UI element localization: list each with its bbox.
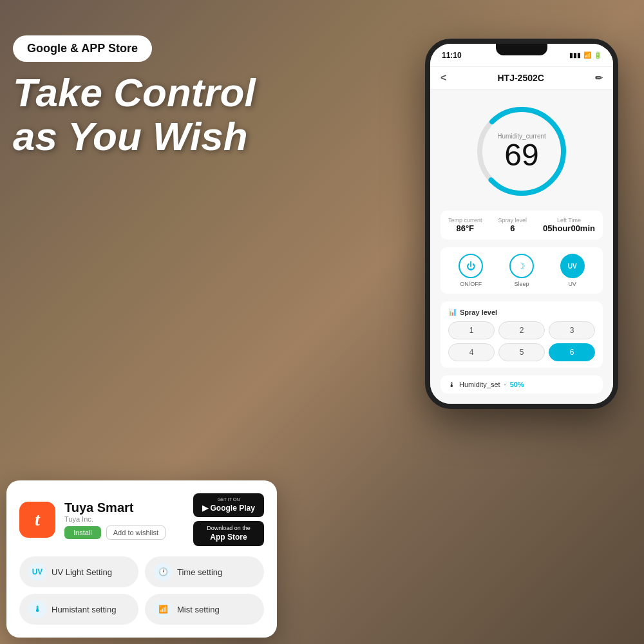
- badge-text: Google & APP Store: [27, 42, 138, 55]
- sleep-icon: ☽: [509, 254, 534, 278]
- spray-section: 📊 Spray level 1 2 3 4 5 6: [440, 301, 603, 368]
- left-time-label: Left Time: [543, 217, 595, 223]
- google-play-get-on: GET IT ON: [200, 497, 258, 503]
- time-pill-icon: 🕐: [154, 563, 172, 581]
- phone-time: 11:10: [442, 51, 462, 60]
- onoff-button[interactable]: ⏻ ON/OFF: [459, 254, 483, 287]
- thermometer-icon: 🌡: [448, 381, 455, 388]
- humidity-set-value: 50%: [510, 381, 524, 388]
- feature-pills: UV UV Light Setting 🕐 Time setting 🌡 Hum…: [19, 556, 264, 625]
- spray-btn-2[interactable]: 2: [498, 321, 545, 339]
- uv-icon: UV: [560, 254, 585, 278]
- google-play-name: ▶ Google Play: [200, 503, 258, 514]
- phone-mockup: 11:10 ▮▮▮ 📶 🔋 < HTJ-2502C ✏: [425, 39, 638, 409]
- app-name-block: Tuya Smart Tuya Inc. Install Add to wish…: [64, 500, 184, 540]
- humidity-inner: Humidity_current 69: [497, 133, 546, 171]
- humidity-gauge: Humidity_current 69: [470, 100, 573, 203]
- humidity-set-label: Humidity_set: [459, 381, 500, 388]
- feature-uv: UV UV Light Setting: [19, 556, 138, 587]
- phone-notch: [496, 44, 547, 55]
- edit-icon[interactable]: ✏: [595, 73, 603, 83]
- spray-btn-4[interactable]: 4: [448, 343, 495, 361]
- spray-title: 📊 Spray level: [448, 308, 595, 316]
- info-card: t Tuya Smart Tuya Inc. Install Add to wi…: [6, 480, 277, 638]
- humidity-set-row: 🌡 Humidity_set · 50%: [440, 375, 603, 393]
- back-chevron[interactable]: <: [440, 72, 446, 84]
- google-play-badge[interactable]: GET IT ON ▶ Google Play: [193, 493, 264, 517]
- sleep-button[interactable]: ☽ Sleep: [509, 254, 534, 287]
- app-info-row: t Tuya Smart Tuya Inc. Install Add to wi…: [19, 493, 264, 546]
- wifi-icon: 📶: [583, 52, 591, 59]
- mist-pill-icon: 📶: [154, 600, 172, 618]
- phone-frame: 11:10 ▮▮▮ 📶 🔋 < HTJ-2502C ✏: [425, 39, 618, 409]
- app-store-badge-btn[interactable]: Download on the App Store: [193, 521, 264, 546]
- feature-mist-label: Mist setting: [177, 605, 220, 614]
- uv-button[interactable]: UV UV: [560, 254, 585, 287]
- spray-btn-6[interactable]: 6: [549, 343, 595, 361]
- app-store-badge: Google & APP Store: [13, 35, 152, 62]
- spray-btn-5[interactable]: 5: [498, 343, 545, 361]
- install-button[interactable]: Install: [64, 526, 101, 539]
- wishlist-button[interactable]: Add to wishlist: [106, 526, 166, 540]
- spray-title-text: Spray level: [460, 308, 497, 316]
- uv-label: UV: [568, 281, 576, 287]
- bars-icon: 📊: [448, 308, 457, 316]
- onoff-label: ON/OFF: [460, 281, 482, 287]
- temp-stat: Temp current 86°F: [448, 217, 482, 233]
- hero-title: Take Control as You Wish: [13, 71, 256, 158]
- humid-pill-icon: 🌡: [28, 600, 46, 618]
- feature-uv-label: UV Light Setting: [52, 567, 112, 577]
- spray-grid: 1 2 3 4 5 6: [448, 321, 595, 361]
- spray-btn-1[interactable]: 1: [448, 321, 495, 339]
- sleep-label: Sleep: [514, 281, 529, 287]
- onoff-icon: ⏻: [459, 254, 483, 278]
- status-icons: ▮▮▮ 📶 🔋: [569, 52, 601, 59]
- feature-time: 🕐 Time setting: [145, 556, 264, 587]
- tuya-app-icon: t: [19, 502, 55, 538]
- battery-icon: 🔋: [594, 52, 601, 59]
- control-buttons: ⏻ ON/OFF ☽ Sleep UV UV: [440, 247, 603, 294]
- store-badges: GET IT ON ▶ Google Play Download on the …: [193, 493, 264, 546]
- phone-body: Humidity_current 69 Temp current 86°F Sp…: [430, 90, 613, 404]
- app-store-name: App Store: [200, 532, 258, 543]
- app-developer: Tuya Inc.: [64, 515, 184, 523]
- app-name: Tuya Smart: [64, 500, 184, 515]
- spray-stat-value: 6: [498, 223, 527, 233]
- hero-line1: Take Control: [13, 70, 256, 115]
- time-stat: Left Time 05hour00min: [543, 217, 595, 233]
- spray-btn-3[interactable]: 3: [549, 321, 595, 339]
- left-time-value: 05hour00min: [543, 223, 595, 233]
- feature-humid-label: Humistant setting: [52, 605, 116, 614]
- feature-humid: 🌡 Humistant setting: [19, 594, 138, 625]
- hero-section: Take Control as You Wish: [13, 71, 256, 158]
- tuya-letter: t: [35, 509, 40, 530]
- temp-value: 86°F: [448, 223, 482, 233]
- apple-icon: Download on the: [207, 525, 251, 531]
- signal-icon: ▮▮▮: [569, 52, 581, 59]
- feature-time-label: Time setting: [177, 567, 222, 577]
- humidity-value: 69: [497, 140, 546, 171]
- uv-pill-icon: UV: [28, 563, 46, 581]
- humidity-section: Humidity_current 69: [440, 100, 603, 203]
- dot-separator: ·: [504, 381, 506, 388]
- hero-line2: as You Wish: [13, 114, 248, 158]
- temp-label: Temp current: [448, 217, 482, 223]
- feature-mist: 📶 Mist setting: [145, 594, 264, 625]
- app-install-row: Install Add to wishlist: [64, 526, 184, 540]
